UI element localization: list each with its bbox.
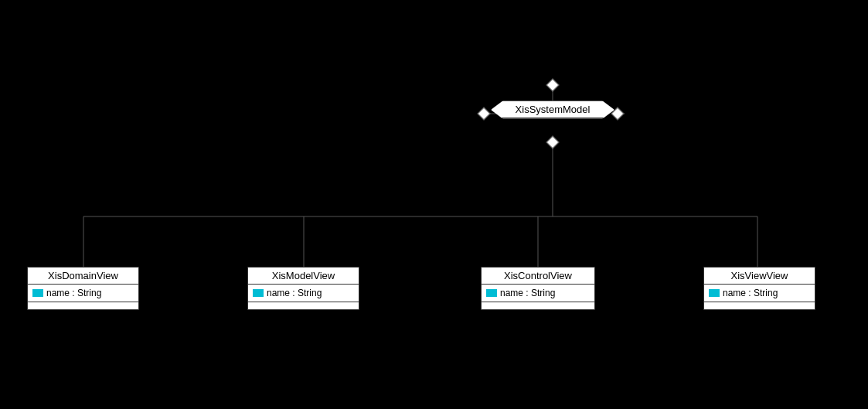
class-model-attribute: name : String xyxy=(248,285,359,302)
class-model-view: XisModelView name : String xyxy=(247,267,359,310)
class-domain-view: XisDomainView name : String xyxy=(27,267,139,310)
class-domain-footer xyxy=(28,302,138,309)
class-view-attribute-text: name : String xyxy=(723,288,778,298)
class-control-view: XisControlView name : String xyxy=(481,267,595,310)
class-view-attribute: name : String xyxy=(704,285,815,302)
class-domain-attribute-text: name : String xyxy=(46,288,101,298)
key-icon-control xyxy=(486,289,497,297)
key-icon-model xyxy=(253,289,264,297)
key-icon-domain xyxy=(32,289,43,297)
class-model-attribute-text: name : String xyxy=(267,288,322,298)
interface-name: XisSystemModel xyxy=(492,101,614,118)
class-domain-attribute: name : String xyxy=(28,285,138,302)
class-view-view: XisViewView name : String xyxy=(703,267,815,310)
class-view-footer xyxy=(704,302,815,309)
class-control-attribute-text: name : String xyxy=(500,288,555,298)
class-model-footer xyxy=(248,302,359,309)
class-domain-name: XisDomainView xyxy=(28,268,138,285)
diagram-canvas: XisSystemModel XisDomainView name : Stri… xyxy=(0,0,868,409)
class-model-name: XisModelView xyxy=(248,268,359,285)
class-control-footer xyxy=(482,302,594,309)
class-control-attribute: name : String xyxy=(482,285,594,302)
class-view-name: XisViewView xyxy=(704,268,815,285)
interface-box: XisSystemModel xyxy=(491,101,614,119)
class-control-name: XisControlView xyxy=(482,268,594,285)
connector-svg xyxy=(0,0,868,409)
diamond-bottom xyxy=(546,136,560,149)
diamond-top xyxy=(546,79,560,92)
diamond-left xyxy=(478,107,491,121)
key-icon-view xyxy=(709,289,720,297)
